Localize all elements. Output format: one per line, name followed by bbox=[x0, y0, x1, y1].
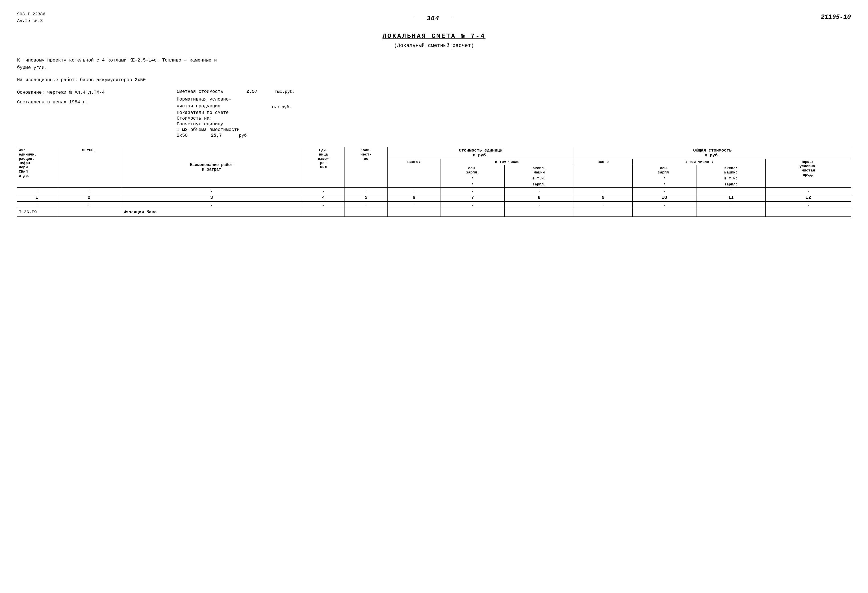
col10b-header: экспл: машин: bbox=[697, 165, 766, 176]
normativ-unit: тыс.руб. bbox=[271, 105, 292, 110]
description-section: К типовому проекту котельной с 4 котлами… bbox=[17, 57, 851, 71]
table-dots-row: : : : : : : : : : : : : bbox=[17, 187, 851, 194]
info-right: Сметная стоимость 2,57 тыс.руб. Норматив… bbox=[177, 89, 851, 138]
data-col3: Изоляция бака bbox=[121, 208, 302, 217]
smetnaya-label: Сметная стоимость bbox=[177, 89, 223, 94]
data-col10a bbox=[632, 208, 696, 217]
col7b-header: экспл. машин bbox=[505, 165, 574, 176]
page-number: 364 bbox=[427, 15, 440, 22]
main-table: №№: единичн. расцен. шифры норм. СНиП и … bbox=[17, 147, 851, 217]
page-header: 903-I-22386 Ал.Iб кн.3 - 364 - 21195-10 bbox=[17, 12, 851, 24]
col7b-zarp-header: зарпл. bbox=[505, 181, 574, 188]
doc-ref-line1: 903-I-22386 bbox=[17, 12, 45, 18]
m3-row: I м3 объема вместимости bbox=[177, 127, 851, 133]
num-col9: 9 bbox=[574, 194, 633, 201]
col2-header: № УСН, bbox=[57, 147, 121, 188]
col10-group-header: в том числе : bbox=[632, 159, 765, 165]
description-line2: бурые угли. bbox=[17, 64, 851, 72]
header-right-code: 21195-10 bbox=[821, 14, 851, 21]
num-col2: 2 bbox=[57, 194, 121, 201]
table-number-row: I 2 3 4 5 6 7 8 9 IO II I2 bbox=[17, 194, 851, 201]
data-col10b bbox=[697, 208, 766, 217]
col7b-vtch-header: в т.ч. bbox=[505, 176, 574, 181]
info-left: Основание: чертежи № Ал.4 л.ТМ-4 Составл… bbox=[17, 89, 159, 138]
num-col12: I2 bbox=[766, 194, 851, 201]
num-col10: IO bbox=[632, 194, 696, 201]
description-line1: К типовому проекту котельной с 4 котлами… bbox=[17, 57, 851, 64]
data-col1: I 26-I9 bbox=[17, 208, 57, 217]
pokazateli-label: Показатели по смете bbox=[177, 110, 229, 115]
col7a-dots-header: : bbox=[441, 176, 504, 181]
main-table-wrapper: №№: единичн. расцен. шифры норм. СНиП и … bbox=[17, 147, 851, 217]
num-col1: I bbox=[17, 194, 57, 201]
table-row: I 26-I9 Изоляция бака bbox=[17, 208, 851, 217]
sostavlena-label: Составлена в ценах 1984 г. bbox=[17, 99, 159, 106]
header-left: 903-I-22386 Ал.Iб кн.3 bbox=[17, 12, 45, 24]
doc-ref-line2: Ал.Iб кн.3 bbox=[17, 18, 45, 25]
num-col3: 3 bbox=[121, 194, 302, 201]
data-col2 bbox=[57, 208, 121, 217]
col10a-dots-header: : bbox=[632, 176, 696, 181]
normativ-line2: чистая продукция bbox=[177, 103, 232, 110]
stoimost-label: Стоимость на: bbox=[177, 116, 212, 121]
raschetnuyu-label: Расчетную единицу bbox=[177, 122, 223, 127]
doc-subtitle: (Локальный сметный расчет) bbox=[17, 43, 851, 49]
x50-label: 2х50 bbox=[177, 133, 187, 138]
data-col5 bbox=[345, 208, 388, 217]
col9-header: всего bbox=[574, 159, 633, 187]
normativ-line1: Нормативная условно- bbox=[177, 96, 232, 103]
data-col6 bbox=[387, 208, 441, 217]
col10b-zarp-header: зарпл: bbox=[697, 181, 766, 188]
table-dots-row2: : : : : : : : : : : : : bbox=[17, 201, 851, 208]
col4-header: Еди- ница изме- ре- ния bbox=[302, 147, 345, 188]
col12-header: нормат. условно- чистая прод. bbox=[766, 159, 851, 187]
osnovanje-label: Основание: чертежи № Ал.4 л.ТМ-4 bbox=[17, 89, 159, 96]
data-col4 bbox=[302, 208, 345, 217]
m3-label: I м3 объема вместимости bbox=[177, 127, 240, 133]
description-work: На изоляционные работы баков-аккумулятор… bbox=[17, 77, 851, 84]
info-grid: Основание: чертежи № Ал.4 л.ТМ-4 Составл… bbox=[17, 89, 851, 138]
header-dash2: - bbox=[451, 16, 454, 21]
data-col12 bbox=[766, 208, 851, 217]
num-col4: 4 bbox=[302, 194, 345, 201]
raschetnuyu-row: Расчетную единицу bbox=[177, 122, 851, 127]
group2-header: Общая стоимость в руб. bbox=[574, 147, 851, 159]
description-line3: На изоляционные работы баков-аккумулятор… bbox=[17, 77, 851, 84]
data-col7a bbox=[441, 208, 504, 217]
num-col11: II bbox=[697, 194, 766, 201]
data-col9 bbox=[574, 208, 633, 217]
group1-header: Стоимость единицы в руб. bbox=[387, 147, 574, 159]
col1-header: №№: единичн. расцен. шифры норм. СНиП и … bbox=[17, 147, 57, 188]
doc-title: ЛОКАЛЬНАЯ СМЕТА № 7-4 bbox=[17, 33, 851, 40]
col5-header: Коли- чест- во bbox=[345, 147, 388, 188]
num-col5: 5 bbox=[345, 194, 388, 201]
x50-unit: руб. bbox=[239, 133, 249, 138]
pokazateli-row: Показатели по смете bbox=[177, 110, 851, 115]
num-col7: 7 bbox=[441, 194, 504, 201]
col6-header: всего: bbox=[387, 159, 441, 187]
x50-row: 2х50 25,7 руб. bbox=[177, 133, 851, 138]
col7a-header: осн. зарпл. bbox=[441, 165, 504, 176]
num-col8: 8 bbox=[505, 194, 574, 201]
num-col6: 6 bbox=[387, 194, 441, 201]
table-header-row1: №№: единичн. расцен. шифры норм. СНиП и … bbox=[17, 147, 851, 159]
col10a-header: осн. зарпл. bbox=[632, 165, 696, 176]
col3-header: Наименование работ и затрат bbox=[121, 147, 302, 188]
smetnaya-unit: тыс.руб. bbox=[275, 89, 295, 94]
stoimost-label-row: Стоимость на: bbox=[177, 116, 851, 121]
data-col7b bbox=[505, 208, 574, 217]
col7a-sep: : bbox=[441, 181, 504, 188]
smetnaya-value: 2,57 bbox=[240, 89, 257, 94]
col10b-vtch-header: в т.ч: bbox=[697, 176, 766, 181]
col10a-sep: : bbox=[632, 181, 696, 188]
x50-value: 25,7 bbox=[205, 133, 222, 138]
header-dash1: - bbox=[413, 16, 415, 21]
col7-group-header: в том числе bbox=[441, 159, 574, 165]
